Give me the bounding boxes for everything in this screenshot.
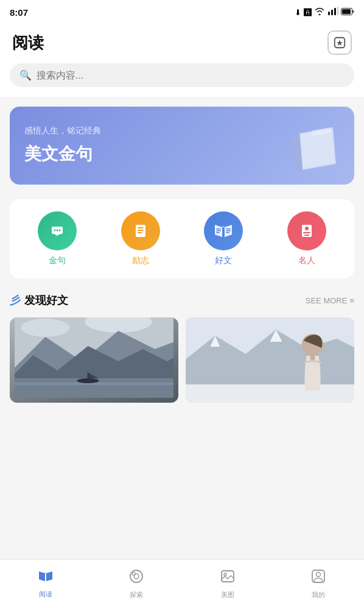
svg-rect-18 (226, 230, 231, 232)
svg-rect-13 (138, 232, 142, 233)
svg-point-42 (130, 570, 142, 582)
svg-point-8 (57, 230, 58, 232)
section-header: 彡 发现好文 SEE MORE ≡ (10, 293, 354, 308)
svg-rect-16 (216, 232, 220, 233)
download-icon: ⬇ (295, 8, 301, 17)
svg-point-25 (21, 319, 70, 337)
mountain-lake-illustration (15, 317, 173, 398)
juju-icon (38, 211, 77, 250)
svg-point-46 (224, 573, 226, 576)
mingren-icon (287, 211, 326, 250)
svg-rect-12 (138, 230, 144, 231)
page-title: 阅读 (12, 32, 44, 54)
svg-rect-3 (337, 7, 338, 15)
signal-icon (327, 7, 338, 18)
book-illustration (281, 121, 348, 176)
haowen-icon (204, 211, 243, 250)
lizhi-icon (121, 211, 160, 250)
article-card-2[interactable] (186, 317, 354, 403)
svg-point-7 (54, 230, 56, 232)
category-haowen[interactable]: 好文 (204, 211, 243, 266)
svg-rect-41 (310, 354, 315, 360)
status-bar: 8:07 ⬇ 🅰 (0, 0, 364, 24)
nav-item-mine[interactable]: 我的 (273, 568, 365, 599)
banner-image (281, 121, 342, 170)
see-more-text: SEE MORE (306, 296, 348, 305)
svg-rect-5 (342, 9, 351, 14)
svg-rect-19 (226, 232, 229, 233)
mingren-label: 名人 (298, 255, 315, 266)
banner-subtitle: 感悟人生，铭记经典 (24, 125, 281, 136)
svg-rect-23 (304, 235, 309, 236)
svg-rect-39 (186, 384, 354, 403)
category-lizhi[interactable]: 励志 (121, 211, 160, 266)
section-title-text: 发现好文 (24, 293, 68, 308)
page-header: 阅读 (0, 24, 364, 63)
banner-card[interactable]: 感悟人生，铭记经典 美文金句 (10, 107, 354, 185)
banner-text: 感悟人生，铭记经典 美文金句 (24, 125, 281, 166)
svg-rect-2 (334, 8, 336, 15)
status-icons: ⬇ 🅰 (295, 7, 354, 18)
search-bar[interactable]: 🔍 (10, 63, 354, 87)
nav-explore-icon (128, 568, 144, 588)
status-time: 8:07 (10, 7, 28, 18)
article-card-1[interactable] (10, 317, 178, 403)
search-container: 🔍 (0, 63, 364, 97)
bottom-nav: 阅读 探索 美图 (0, 559, 364, 608)
svg-rect-1 (331, 10, 333, 15)
notification-icon: 🅰 (304, 8, 312, 17)
star-icon (333, 36, 346, 49)
nav-read-label: 阅读 (39, 590, 52, 599)
section-title: 彡 发现好文 (10, 293, 68, 308)
svg-rect-30 (15, 383, 173, 385)
category-juju[interactable]: 金句 (38, 211, 77, 266)
search-input[interactable] (37, 70, 345, 81)
articles-grid (10, 317, 354, 403)
svg-point-43 (134, 574, 139, 579)
svg-rect-11 (138, 227, 144, 228)
svg-point-21 (305, 227, 309, 230)
svg-rect-0 (328, 12, 330, 15)
haowen-label: 好文 (215, 255, 232, 266)
battery-icon (341, 7, 354, 18)
lizhi-label: 励志 (132, 255, 149, 266)
nav-mine-label: 我的 (312, 590, 325, 599)
categories-section: 金句 励志 (10, 199, 354, 278)
svg-rect-15 (216, 230, 221, 232)
nav-item-explore[interactable]: 探索 (91, 568, 183, 599)
svg-point-48 (317, 573, 321, 577)
bookmark-button[interactable] (327, 30, 352, 55)
person-illustration (186, 317, 354, 403)
nav-explore-label: 探索 (130, 590, 143, 599)
nav-gallery-label: 美图 (221, 590, 234, 599)
category-mingren[interactable]: 名人 (287, 211, 326, 266)
section-decoration-icon: 彡 (10, 293, 21, 308)
nav-read-icon (37, 569, 54, 587)
banner-title: 美文金句 (24, 143, 281, 166)
svg-rect-22 (303, 232, 310, 233)
svg-point-9 (59, 230, 61, 232)
nav-item-read[interactable]: 阅读 (0, 569, 91, 599)
juju-label: 金句 (49, 255, 66, 266)
wifi-icon (314, 7, 325, 18)
nav-gallery-icon (220, 568, 236, 588)
svg-rect-14 (216, 228, 221, 230)
nav-mine-icon (310, 568, 326, 588)
see-more-icon: ≡ (349, 296, 354, 305)
see-more-button[interactable]: SEE MORE ≡ (306, 296, 354, 305)
nav-item-gallery[interactable]: 美图 (182, 568, 273, 599)
search-icon: 🔍 (19, 69, 32, 81)
main-content: 感悟人生，铭记经典 美文金句 (0, 97, 364, 412)
svg-rect-17 (226, 228, 231, 230)
